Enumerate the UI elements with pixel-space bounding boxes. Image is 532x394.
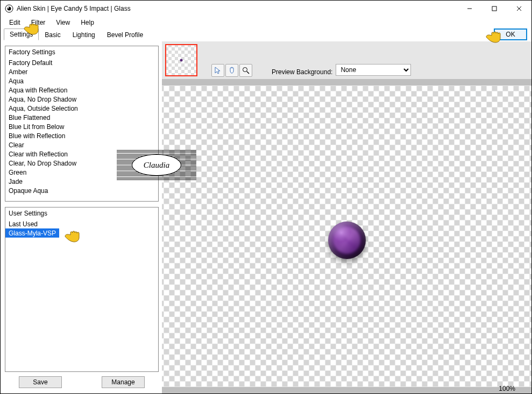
list-item[interactable]: Jade	[5, 177, 158, 186]
list-item[interactable]: Aqua with Reflection	[5, 85, 158, 95]
save-button[interactable]: Save	[19, 376, 62, 388]
app-icon	[5, 4, 13, 13]
list-item[interactable]: Blue Flattened	[5, 113, 158, 122]
svg-line-8	[247, 71, 249, 74]
factory-settings-list[interactable]: Factory Settings Factory DefaultAmberAqu…	[5, 46, 159, 202]
menubar: Edit Filter View Help	[1, 17, 531, 28]
svg-point-2	[8, 7, 9, 8]
list-item[interactable]: Green	[5, 168, 158, 177]
list-item[interactable]: Clear, No Drop Shadow	[5, 159, 158, 168]
list-item[interactable]: Blue Lit from Below	[5, 122, 158, 131]
hand-tool-button[interactable]	[225, 64, 238, 77]
minimize-button[interactable]	[457, 1, 482, 17]
preview-canvas[interactable]	[162, 85, 531, 387]
thumbnail-dot	[180, 59, 183, 62]
divider	[162, 387, 531, 393]
tab-basic[interactable]: Basic	[39, 29, 66, 40]
tabbar: Settings Basic Lighting Bevel Profile	[1, 28, 152, 40]
tab-lighting[interactable]: Lighting	[67, 29, 101, 40]
list-item[interactable]: Opaque Aqua	[5, 186, 158, 195]
preview-bg-label: Preview Background:	[272, 68, 332, 76]
user-settings-header: User Settings	[5, 207, 158, 219]
list-item[interactable]: Last Used	[5, 219, 158, 228]
tab-bevel-profile[interactable]: Bevel Profile	[101, 29, 149, 40]
svg-point-1	[8, 7, 11, 11]
list-item[interactable]: Aqua, No Drop Shadow	[5, 95, 158, 104]
list-item[interactable]: Clear with Reflection	[5, 149, 158, 159]
svg-rect-4	[492, 6, 496, 11]
list-item[interactable]: Clear	[5, 140, 158, 149]
maximize-button[interactable]	[482, 1, 507, 17]
preview-bg-select[interactable]: None	[336, 64, 411, 76]
menu-edit[interactable]: Edit	[4, 17, 26, 28]
window-title: Alien Skin | Eye Candy 5 Impact | Glass	[17, 5, 457, 12]
preview-pane: Preview Background: None	[162, 41, 531, 393]
menu-view[interactable]: View	[51, 17, 75, 28]
list-item[interactable]: Glass-Myla-VSP	[5, 228, 59, 238]
tab-settings[interactable]: Settings	[4, 28, 39, 40]
close-button[interactable]	[507, 1, 531, 17]
preview-thumbnail[interactable]	[165, 44, 197, 76]
settings-pane: Factory Settings Factory DefaultAmberAqu…	[1, 41, 162, 393]
list-item[interactable]: Aqua, Outside Selection	[5, 104, 158, 113]
ok-button[interactable]: OK	[494, 28, 527, 40]
glass-orb-preview	[328, 221, 366, 259]
svg-point-7	[243, 68, 247, 72]
zoom-level: 100%	[499, 385, 515, 392]
pointer-tool-button[interactable]	[211, 64, 224, 77]
titlebar: Alien Skin | Eye Candy 5 Impact | Glass	[1, 1, 531, 17]
manage-button[interactable]: Manage	[102, 376, 145, 388]
factory-settings-header: Factory Settings	[5, 46, 158, 58]
list-item[interactable]: Aqua	[5, 76, 158, 85]
menu-help[interactable]: Help	[75, 17, 100, 28]
divider	[162, 79, 531, 85]
list-item[interactable]: Factory Default	[5, 58, 158, 67]
user-settings-list[interactable]: User Settings Last UsedGlass-Myla-VSP	[5, 207, 159, 372]
list-item[interactable]: Amber	[5, 67, 158, 76]
list-item[interactable]: Blue with Reflection	[5, 131, 158, 140]
zoom-tool-button[interactable]	[239, 64, 252, 77]
menu-filter[interactable]: Filter	[26, 17, 51, 28]
